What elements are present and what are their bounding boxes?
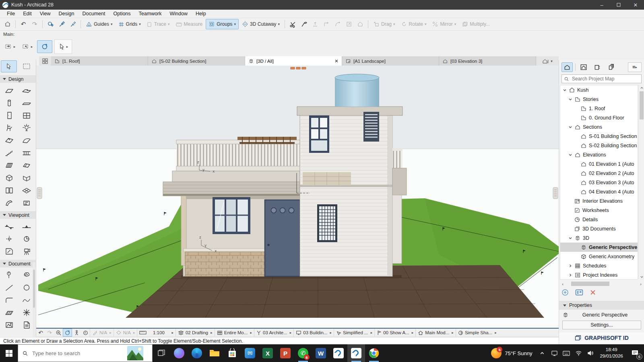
weather-widget[interactable]: 5 75°F Sunny: [487, 344, 536, 362]
task-view-button[interactable]: [153, 344, 170, 362]
3d-viewport[interactable]: zyx zyx: [36, 66, 559, 329]
resize-icon[interactable]: [344, 19, 354, 29]
3d-cutaway-button[interactable]: 3D Cutaway▾: [239, 19, 282, 29]
window-tool[interactable]: [20, 111, 33, 120]
guides-button[interactable]: Guides▾: [83, 19, 115, 29]
orbit-button[interactable]: [63, 329, 72, 337]
tree-item-elevation-3[interactable]: 03 Elevation 3 (Auto: [560, 178, 638, 187]
file-explorer-app-icon[interactable]: [206, 344, 223, 362]
next-view-button[interactable]: ↷: [45, 329, 54, 337]
zoom-in-button[interactable]: [54, 329, 63, 337]
notification-center[interactable]: 6: [626, 344, 644, 362]
arrow-select-tool[interactable]: [1, 60, 17, 72]
tree-item-stories[interactable]: Stories: [560, 95, 638, 104]
tree-item-worksheets[interactable]: Worksheets: [560, 206, 638, 215]
home-button[interactable]: [2, 19, 13, 29]
groups-button[interactable]: Groups▾: [206, 19, 239, 29]
redo-button[interactable]: ↷: [29, 19, 40, 29]
intersect-icon[interactable]: [321, 19, 332, 29]
rotate-button[interactable]: Rotate▾: [398, 19, 429, 29]
curtain-wall-tool[interactable]: [2, 160, 16, 170]
polyline-tool[interactable]: [2, 295, 16, 305]
tree-item-details[interactable]: Details: [560, 215, 638, 224]
menu-teamwork[interactable]: Teamwork: [135, 10, 165, 17]
column-tool[interactable]: [2, 98, 16, 108]
close-button[interactable]: ✕: [627, 0, 644, 10]
beam-tool[interactable]: [20, 98, 33, 108]
tab-roof[interactable]: [1. Roof]: [51, 56, 148, 66]
chrome-app-icon[interactable]: [365, 344, 383, 362]
tab-close-icon[interactable]: ✕: [334, 58, 339, 64]
toolbox-document-header[interactable]: Document: [0, 260, 36, 267]
drawing-tool[interactable]: [20, 320, 33, 330]
tree-item-roof[interactable]: 1. Roof: [560, 104, 638, 113]
scroll-right-icon[interactable]: ›: [638, 282, 644, 286]
project-map-icon[interactable]: [561, 62, 573, 72]
adjust-icon[interactable]: [310, 19, 320, 29]
layer-combination-selector[interactable]: N/A▸: [114, 329, 137, 337]
delete-viewpoint-button[interactable]: [590, 289, 596, 297]
fill-tool[interactable]: [20, 270, 33, 280]
project-map-search[interactable]: [561, 74, 642, 83]
shell-tool[interactable]: [20, 136, 33, 145]
tree-item-generic-axonometry[interactable]: Generic Axonometry: [560, 252, 638, 261]
tree-item-schedules[interactable]: Schedules: [560, 261, 638, 270]
touch-keyboard-icon[interactable]: [560, 344, 572, 362]
taskbar-search[interactable]: [18, 344, 153, 362]
elevation-tool[interactable]: [20, 222, 33, 231]
project-map-search-input[interactable]: [571, 76, 632, 82]
tree-vertical-scrollbar[interactable]: [638, 85, 644, 280]
morph-tool[interactable]: [2, 173, 16, 183]
previous-view-button[interactable]: ↶: [36, 329, 45, 337]
tree-item-3d-documents[interactable]: 3D Documents: [560, 224, 638, 233]
marquee-select-button[interactable]: ▸: [20, 40, 35, 53]
excel-app-icon[interactable]: X: [259, 344, 277, 362]
shading-style-selector[interactable]: Simple Sha...▸: [456, 329, 499, 337]
toolbox-design-header[interactable]: Design: [0, 75, 36, 83]
figure-tool[interactable]: [2, 320, 16, 330]
tree-item-elevations[interactable]: Elevations: [560, 150, 638, 159]
menu-help[interactable]: Help: [192, 10, 210, 17]
marquee-drag-button[interactable]: ▸: [2, 40, 18, 53]
graphisoft-id[interactable]: GRAPHISOFT ID: [559, 332, 644, 343]
tab-list-dropdown[interactable]: ▾: [536, 56, 559, 66]
menu-file[interactable]: File: [3, 10, 19, 17]
find-select-icon[interactable]: [45, 19, 56, 29]
cast-icon[interactable]: [548, 344, 560, 362]
undo-button[interactable]: ↶: [18, 19, 29, 29]
tab-building-section[interactable]: [S-02 Building Section]: [148, 56, 245, 66]
detail-level-selector[interactable]: Simplified ...▸: [334, 329, 374, 337]
orbit-mode-button[interactable]: [37, 40, 52, 53]
circle-tool[interactable]: [20, 283, 33, 292]
archicad-app-icon[interactable]: [330, 344, 347, 362]
organizer-icon[interactable]: [39, 56, 51, 66]
toolbox-scrollbar[interactable]: [33, 262, 35, 337]
lamp-tool[interactable]: [20, 123, 33, 133]
tree-item-3d[interactable]: 3D: [560, 233, 638, 243]
edge-app-icon[interactable]: [188, 344, 206, 362]
interior-elevation-tool[interactable]: [2, 234, 16, 244]
drag-button[interactable]: Drag▾: [371, 19, 398, 29]
worksheet-tool[interactable]: [2, 247, 16, 256]
tray-chevron-up-icon[interactable]: [536, 344, 548, 362]
tree-item-elevation-4[interactable]: 04 Elevation 4 (Auto: [560, 187, 638, 196]
building-selector[interactable]: 03 Buildin...▸: [293, 329, 334, 337]
tree-item-ground-floor[interactable]: 0. Ground Floor: [560, 113, 638, 122]
properties-header[interactable]: Properties: [559, 301, 644, 310]
tree-item-s02-section[interactable]: S-02 Building Section: [560, 141, 638, 150]
explore-walk-button[interactable]: [72, 329, 81, 337]
outlook-app-icon[interactable]: ✉: [241, 344, 259, 362]
grids-button[interactable]: Grids▾: [116, 19, 143, 29]
pickup-parameters-icon[interactable]: [56, 19, 67, 29]
tab-a1-landscape[interactable]: [A1 Landscape]: [342, 56, 439, 66]
arrow-tool-button[interactable]: ▸: [54, 39, 72, 54]
publisher-icon[interactable]: [605, 62, 617, 72]
section-tool[interactable]: [2, 222, 16, 231]
scroll-up-icon[interactable]: [639, 85, 644, 90]
stair-tool[interactable]: [2, 148, 16, 158]
store-app-icon[interactable]: [223, 344, 241, 362]
model-view-selector[interactable]: Entire Mo...▸: [215, 329, 254, 337]
spline-tool[interactable]: [20, 295, 33, 305]
renovation-mode-selector[interactable]: Main Mod...▸: [415, 329, 456, 337]
view-map-icon[interactable]: [578, 62, 589, 72]
